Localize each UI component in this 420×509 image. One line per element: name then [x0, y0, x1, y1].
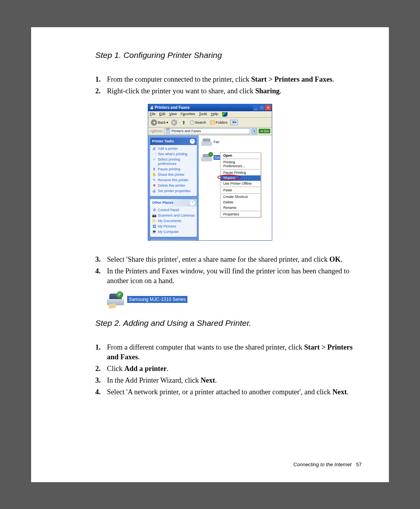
pause-icon: ⏸: [152, 167, 156, 171]
panel-header-tasks[interactable]: Printer Tasks ⌃: [150, 138, 197, 145]
step2-item-1: 1. From a different computer that wants …: [95, 343, 362, 362]
address-bar: Address Printers and Faxes ▾ ➜ Go: [148, 128, 272, 135]
page-footer: Connecting to the Internet 57: [293, 462, 362, 467]
list-text: Select 'Share this printer', enter a sha…: [107, 255, 362, 264]
up-button[interactable]: ⬆: [182, 120, 187, 125]
back-arrow-icon: ◄: [151, 119, 157, 126]
folder-icon: 📁: [152, 219, 156, 223]
address-input[interactable]: Printers and Faxes: [164, 128, 250, 134]
chevron-down-icon: ▾: [166, 121, 168, 124]
search-button[interactable]: Search: [189, 120, 208, 125]
task-select-prefs[interactable]: ✓Select printing preferences: [152, 157, 195, 166]
task-rename[interactable]: ✎Rename this printer: [152, 178, 195, 182]
ctx-open[interactable]: Open: [220, 153, 261, 158]
list-number: 3.: [95, 376, 107, 385]
ctx-prefs[interactable]: Printing Preferences...: [220, 159, 261, 169]
collapse-icon: ⌃: [190, 139, 195, 144]
ctx-sharing[interactable]: Sharing...: [220, 175, 261, 181]
step1-item-3: 3. Select 'Share this printer', enter a …: [95, 255, 362, 264]
ctx-offline[interactable]: Use Printer Offline: [220, 181, 261, 186]
task-add-printer[interactable]: 🖨Add a printer: [152, 147, 195, 151]
panel-header-places[interactable]: Other Places ⌃: [150, 199, 197, 206]
menu-edit[interactable]: Edit: [159, 112, 166, 117]
step1-item-2: 2. Right-click the printer you want to s…: [95, 86, 362, 96]
place-scanners[interactable]: 📷Scanners and Cameras: [152, 213, 195, 218]
explorer-window: 🖨 Printers and Faxes _ □ ✕ File Edit Vie…: [148, 104, 272, 241]
place-my-docs[interactable]: 📁My Documents: [152, 219, 195, 223]
place-my-pics[interactable]: 🖼My Pictures: [152, 224, 195, 229]
fax-label: Fax: [214, 140, 219, 144]
menu-file[interactable]: File: [150, 112, 156, 117]
panel-header-details[interactable]: Details ⌄: [150, 240, 197, 240]
page-number: 57: [356, 462, 362, 467]
ctx-pause[interactable]: Pause Printing: [220, 170, 261, 175]
folder-view[interactable]: Fax ✓ Samsung MJC-1310 Series Open Print…: [199, 135, 272, 240]
menu-view[interactable]: View: [169, 112, 177, 117]
prefs-icon: ✓: [152, 157, 156, 162]
list-number: 3.: [95, 255, 107, 264]
folders-button[interactable]: Folders: [209, 120, 229, 125]
hand-icon: [108, 303, 117, 309]
list-number: 1.: [95, 75, 107, 84]
task-see-printing[interactable]: 📄See what's printing: [152, 152, 195, 156]
document-page: Step 1. Configuring Printer Sharing 1. F…: [31, 27, 389, 482]
ctx-delete[interactable]: Delete: [220, 199, 261, 205]
titlebar-left: 🖨 Printers and Faxes: [150, 105, 189, 110]
separator: [221, 159, 260, 159]
list-text: In the Printers and Faxes window, you wi…: [107, 266, 362, 286]
printer-icon: ✓: [201, 153, 212, 162]
window-titlebar: 🖨 Printers and Faxes _ □ ✕: [148, 104, 272, 111]
step2-list: 1. From a different computer that wants …: [95, 343, 362, 397]
screenshot-printers-faxes: 🖨 Printers and Faxes _ □ ✕ File Edit Vie…: [58, 104, 362, 241]
step2-item-3: 3. In the Add Printer Wizard, click Next…: [95, 376, 362, 385]
fax-object[interactable]: Fax: [201, 138, 270, 146]
minimize-button[interactable]: _: [253, 105, 259, 110]
maximize-button[interactable]: □: [259, 105, 265, 110]
forward-button[interactable]: ►: [171, 119, 177, 126]
address-label: Address: [150, 129, 163, 133]
go-button[interactable]: ➜ Go: [259, 129, 270, 133]
views-button[interactable]: ⊞▾: [230, 120, 238, 125]
menu-tools[interactable]: Tools: [199, 112, 207, 117]
toolbar: ◄ Back ▾ ► · ⬆ Search Folders ⊞▾: [148, 118, 272, 128]
back-button[interactable]: ◄ Back ▾: [150, 119, 170, 126]
default-check-icon: ✓: [208, 152, 213, 157]
separator: ·: [179, 121, 180, 124]
props-icon: 🖨: [152, 189, 156, 193]
footer-text: Connecting to the Internet: [293, 462, 352, 467]
list-number: 4.: [95, 266, 107, 286]
ctx-rename[interactable]: Rename: [220, 205, 261, 210]
ctx-shortcut[interactable]: Create Shortcut: [220, 194, 261, 199]
list-number: 4.: [95, 387, 107, 397]
close-button[interactable]: ✕: [265, 105, 271, 110]
place-control-panel[interactable]: ⚙Control Panel: [152, 208, 195, 212]
task-properties[interactable]: 🖨Set printer properties: [152, 189, 195, 193]
control-panel-icon: ⚙: [152, 208, 156, 212]
step1-heading: Step 1. Configuring Printer Sharing: [95, 51, 362, 60]
list-text: From a different computer that wants to …: [107, 343, 362, 362]
add-printer-icon: 🖨: [152, 147, 156, 151]
menu-favorites[interactable]: Favorites: [180, 112, 195, 117]
task-pause[interactable]: ⏸Pause printing: [152, 167, 195, 171]
place-my-computer[interactable]: 💻My Computer: [152, 230, 195, 234]
list-text: From the computer connected to the print…: [107, 75, 362, 84]
window-title: Printers and Faxes: [155, 105, 189, 110]
printer-folder-icon: [165, 129, 170, 133]
step1-list-b: 3. Select 'Share this printer', enter a …: [95, 255, 362, 286]
go-arrow-icon: ➜: [260, 129, 263, 133]
window-icon: 🖨: [150, 105, 154, 110]
separator: [221, 187, 260, 187]
task-delete[interactable]: ✕Delete this printer: [152, 184, 195, 188]
panel-body-tasks: 🖨Add a printer 📄See what's printing ✓Sel…: [150, 145, 197, 196]
address-dropdown[interactable]: ▾: [252, 128, 257, 134]
shared-printer-illustration: ✓ Samsung MJC-1310 Series: [107, 292, 362, 307]
menu-help[interactable]: Help: [211, 112, 218, 117]
list-number: 1.: [95, 343, 107, 362]
ctx-properties[interactable]: Properties: [220, 212, 261, 217]
ctx-paste[interactable]: Paste: [220, 187, 261, 193]
step1-item-4: 4. In the Printers and Faxes window, you…: [95, 266, 362, 286]
share-icon: ✋: [152, 173, 156, 177]
task-share[interactable]: ✋Share this printer: [152, 173, 195, 177]
folders-icon: [210, 121, 215, 124]
panel-other-places: Other Places ⌃ ⚙Control Panel 📷Scanners …: [150, 199, 197, 237]
